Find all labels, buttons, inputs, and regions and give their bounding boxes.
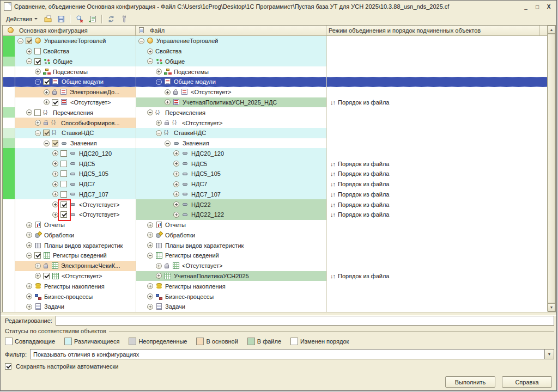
tree-row[interactable]: НДС5_105НДС5_105↓↑Порядок из файла [3, 169, 548, 179]
node-checkbox[interactable] [43, 78, 50, 85]
tree-row[interactable]: ОбработкиОбработки [3, 230, 548, 241]
expand-icon[interactable] [173, 181, 179, 187]
node-checkbox[interactable] [34, 48, 41, 54]
node-checkbox[interactable] [60, 150, 67, 157]
tree-row[interactable]: ОтчетыОтчеты [3, 220, 548, 230]
collapse-icon[interactable] [165, 140, 171, 146]
node-checkbox[interactable] [60, 161, 67, 167]
collapse-icon[interactable] [35, 79, 41, 85]
merge-settings-button[interactable] [87, 13, 99, 24]
expand-icon[interactable] [173, 161, 179, 167]
tree-row[interactable]: Общие модулиОбщие модули [3, 77, 548, 87]
tree-row[interactable]: СпособыФормиров...<Отсутствует> [3, 118, 548, 128]
tree-row[interactable]: СтавкиНДССтавкиНДС [3, 128, 548, 138]
expand-icon[interactable] [147, 283, 153, 289]
tree-row[interactable]: ПеречисленияПеречисления [3, 107, 548, 118]
minimize-button[interactable]: _ [521, 3, 530, 11]
editing-input[interactable] [56, 316, 554, 326]
collapse-icon[interactable] [156, 130, 162, 136]
service-button[interactable] [118, 13, 130, 24]
expand-icon[interactable] [147, 232, 153, 238]
tree-row[interactable]: Регистры сведенийРегистры сведений [3, 250, 548, 261]
scroll-thumb[interactable] [548, 34, 555, 303]
tree-row[interactable]: ПодсистемыПодсистемы [3, 66, 548, 77]
expand-icon[interactable] [52, 201, 58, 207]
expand-icon[interactable] [44, 99, 50, 105]
collapse-icon[interactable] [147, 109, 153, 115]
tree-row[interactable]: НДС20_120НДС20_120 [3, 148, 548, 158]
actions-menu-button[interactable]: Действия [3, 14, 41, 24]
expand-icon[interactable] [173, 150, 179, 156]
node-checkbox[interactable] [60, 211, 67, 218]
comparison-settings-button[interactable] [74, 13, 86, 24]
close-button[interactable]: X [544, 3, 553, 11]
collapse-icon[interactable] [44, 140, 50, 146]
execute-button[interactable]: Выполнить [445, 376, 495, 388]
autosave-checkbox[interactable] [5, 363, 11, 370]
expand-icon[interactable] [26, 232, 32, 238]
expand-icon[interactable] [52, 191, 58, 197]
tree-row[interactable]: <Отсутствует>УчетнаяПолитикаУСН_2025_НДС… [3, 97, 548, 108]
collapse-icon[interactable] [138, 38, 144, 44]
expand-icon[interactable] [35, 69, 41, 75]
node-checkbox[interactable] [34, 252, 41, 259]
expand-icon[interactable] [26, 283, 32, 289]
filter-combobox[interactable]: Показывать отличия в конфигурациях ▼ [30, 349, 554, 359]
header-file[interactable]: Файл [136, 26, 326, 35]
scroll-down-icon[interactable]: ▼ [548, 303, 555, 311]
collapse-icon[interactable] [26, 253, 32, 259]
expand-icon[interactable] [156, 263, 162, 269]
node-checkbox[interactable] [43, 273, 50, 279]
refresh-button[interactable] [105, 13, 117, 24]
collapse-icon[interactable] [35, 130, 41, 136]
collapse-icon[interactable] [26, 58, 32, 64]
expand-icon[interactable] [156, 69, 162, 75]
expand-icon[interactable] [52, 181, 58, 187]
expand-icon[interactable] [35, 273, 41, 279]
expand-icon[interactable] [52, 161, 58, 167]
collapse-icon[interactable] [147, 253, 153, 259]
expand-icon[interactable] [35, 263, 41, 269]
expand-icon[interactable] [52, 212, 58, 218]
tree-row[interactable]: УправлениеТорговлейУправлениеТорговлей [3, 36, 548, 46]
node-checkbox[interactable] [26, 38, 32, 44]
tree-row[interactable]: ЗначенияЗначения [3, 138, 548, 149]
tree-row[interactable]: ОбщиеОбщие [3, 57, 548, 67]
tree-row[interactable]: Регистры накопленияРегистры накопления [3, 281, 548, 291]
tree-row[interactable]: Бизнес-процессыБизнес-процессы [3, 291, 548, 302]
expand-icon[interactable] [44, 89, 50, 95]
expand-icon[interactable] [173, 201, 179, 207]
node-checkbox[interactable] [52, 99, 58, 106]
help-button[interactable]: Справка [502, 376, 552, 388]
tree-row[interactable]: <Отсутствует>НДС22_122↓↑Порядок из файла [3, 210, 548, 220]
expand-icon[interactable] [147, 293, 153, 299]
tree-row[interactable]: Планы видов характеристикПланы видов хар… [3, 240, 548, 250]
node-checkbox[interactable] [60, 191, 67, 198]
expand-icon[interactable] [173, 171, 179, 177]
collapse-icon[interactable] [26, 109, 32, 115]
tree-row[interactable]: <Отсутствует>УчетнаяПолитикаУСН2025↓↑Пор… [3, 271, 548, 281]
collapse-icon[interactable] [156, 79, 162, 85]
expand-icon[interactable] [147, 242, 153, 248]
node-checkbox[interactable] [60, 201, 67, 208]
maximize-button[interactable]: □ [533, 3, 542, 11]
combo-dropdown-icon[interactable]: ▼ [544, 350, 554, 359]
expand-icon[interactable] [147, 304, 153, 310]
expand-icon[interactable] [52, 171, 58, 177]
tree-row[interactable]: СвойстваСвойства [3, 46, 548, 57]
save-settings-button[interactable] [55, 13, 67, 24]
node-checkbox[interactable] [34, 109, 41, 116]
expand-icon[interactable] [165, 99, 171, 105]
expand-icon[interactable] [35, 120, 41, 126]
collapse-icon[interactable] [147, 58, 153, 64]
header-main-config[interactable]: Основная конфигурация [3, 26, 136, 35]
tree-row[interactable]: ЗадачиЗадачи [3, 302, 548, 312]
expand-icon[interactable] [156, 120, 162, 126]
expand-icon[interactable] [26, 48, 32, 54]
expand-icon[interactable] [147, 222, 153, 228]
expand-icon[interactable] [173, 191, 179, 197]
node-checkbox[interactable] [34, 58, 41, 65]
vertical-scrollbar[interactable]: ▲ ▼ [547, 26, 555, 311]
expand-icon[interactable] [165, 89, 171, 95]
tree-row[interactable]: НДС7НДС7↓↑Порядок из файла [3, 179, 548, 189]
